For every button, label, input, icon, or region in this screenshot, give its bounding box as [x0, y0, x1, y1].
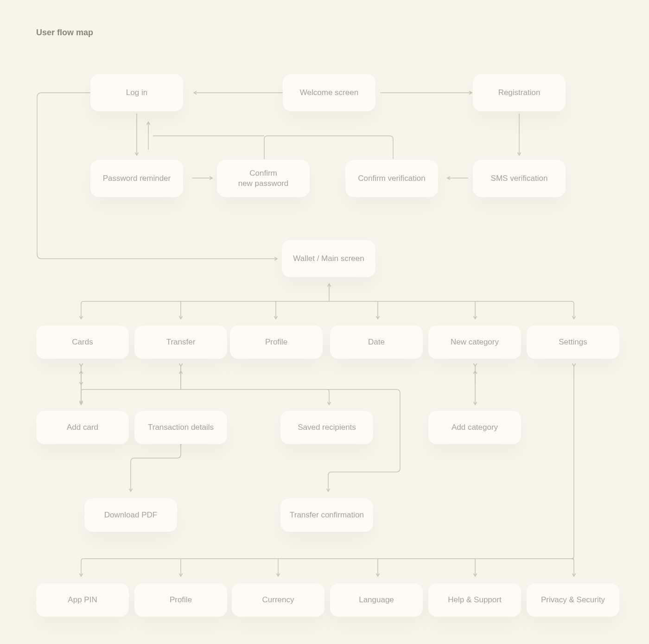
node-registration: Registration: [473, 74, 566, 111]
node-transfer-confirmation: Transfer confirmation: [280, 498, 373, 532]
node-profile: Profile: [230, 325, 323, 359]
node-profile-2: Profile: [134, 583, 227, 617]
node-add-card: Add card: [36, 411, 129, 444]
node-sms-verification: SMS verification: [473, 160, 566, 197]
node-confirm-new-password: Confirm new password: [217, 160, 310, 197]
node-confirm-verification: Confirm verification: [345, 160, 438, 197]
node-currency: Currency: [232, 583, 324, 617]
node-transfer: Transfer: [134, 325, 227, 359]
node-password-reminder: Password reminder: [90, 160, 183, 197]
node-app-pin: App PIN: [36, 583, 129, 617]
node-help-support: Help & Support: [428, 583, 521, 617]
node-add-category: Add category: [428, 411, 521, 444]
node-saved-recipients: Saved recipients: [280, 411, 373, 444]
node-new-category: New category: [428, 325, 521, 359]
node-download-pdf: Download PDF: [84, 498, 177, 532]
node-date: Date: [330, 325, 423, 359]
page-title: User flow map: [36, 28, 93, 38]
node-welcome: Welcome screen: [283, 74, 375, 111]
node-wallet-main: Wallet / Main screen: [282, 240, 375, 277]
node-settings: Settings: [527, 325, 619, 359]
node-privacy-security: Privacy & Security: [527, 583, 619, 617]
node-language: Language: [330, 583, 423, 617]
node-login: Log in: [90, 74, 183, 111]
node-cards: Cards: [36, 325, 129, 359]
node-transaction-details: Transaction details: [134, 411, 227, 444]
